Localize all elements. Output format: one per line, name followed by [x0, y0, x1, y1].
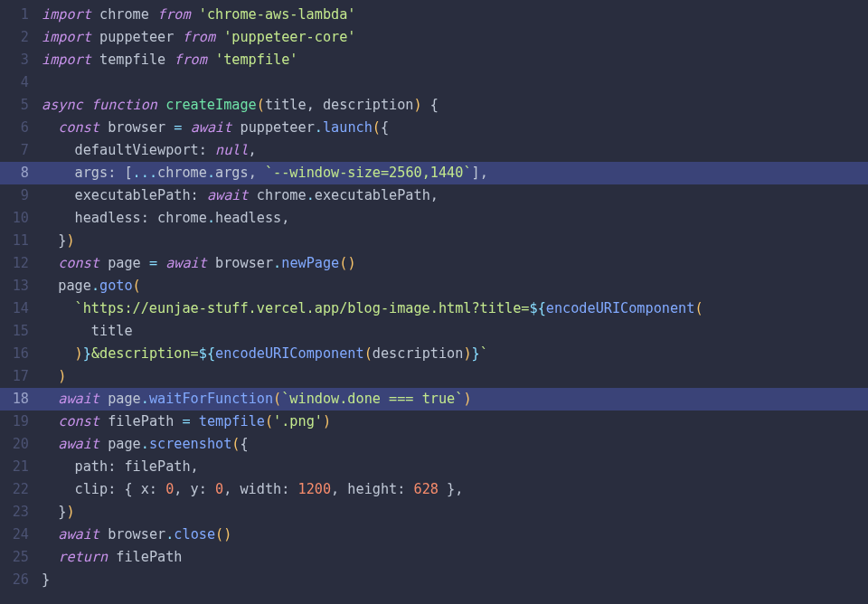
- token-id: chrome: [99, 6, 157, 23]
- token-str: `window.done === true`: [281, 391, 463, 407]
- token-id: }: [42, 571, 50, 588]
- token-id: title: [265, 97, 307, 113]
- line-number: 20: [0, 433, 36, 456]
- code-line: `https://eunjae-stuff.vercel.app/blog-im…: [36, 297, 868, 320]
- code-line: defaultViewport: null,: [36, 139, 868, 162]
- token-par: ): [58, 368, 66, 384]
- token-op: =: [149, 255, 165, 271]
- token-str: 'chrome-aws-lambda': [199, 6, 356, 23]
- code-line: return filePath: [36, 546, 868, 569]
- token-id: [42, 368, 58, 384]
- token-id: [42, 119, 58, 136]
- line-number: 18: [0, 388, 36, 411]
- line-number: 9: [0, 184, 36, 207]
- token-id: title: [42, 323, 133, 339]
- token-id: [42, 549, 58, 565]
- token-kw: from: [174, 52, 215, 68]
- token-id: ,: [307, 97, 323, 113]
- token-id: page: [108, 391, 141, 407]
- token-id: tempfile: [99, 52, 174, 68]
- token-par: (: [273, 391, 281, 407]
- line-number: 8: [0, 162, 36, 184]
- token-op: .: [141, 391, 149, 407]
- token-id: {: [381, 119, 389, 136]
- line-number: 2: [0, 26, 36, 49]
- code-line: headless: chrome.headless,: [36, 207, 868, 230]
- token-id: chrome: [257, 187, 307, 203]
- token-id: [42, 300, 75, 316]
- token-kw: const: [58, 119, 108, 136]
- token-op: }: [83, 345, 91, 362]
- token-id: args: [215, 165, 249, 181]
- token-id: headless: [215, 210, 281, 226]
- line-number: 14: [0, 297, 36, 320]
- token-id: , y:: [174, 481, 215, 497]
- token-op: }: [472, 345, 480, 362]
- line-number: 23: [0, 501, 36, 524]
- token-op: ...: [133, 165, 157, 181]
- token-kw: from: [182, 29, 223, 45]
- line-number: 26: [0, 569, 36, 591]
- token-kw: await: [58, 436, 108, 452]
- code-line: }): [36, 230, 868, 252]
- code-line: await page.screenshot({: [36, 433, 868, 456]
- token-kw: async function: [42, 97, 165, 113]
- token-id: [42, 526, 58, 543]
- token-op: .: [307, 187, 315, 203]
- token-id: puppeteer: [241, 119, 315, 136]
- token-op: =: [182, 413, 198, 429]
- token-fn: encodeURIComponent: [546, 300, 695, 316]
- line-number: 3: [0, 49, 36, 71]
- token-fn: screenshot: [149, 436, 231, 452]
- token-kw: import: [42, 6, 99, 23]
- token-id: page: [108, 436, 141, 452]
- code-line: import puppeteer from 'puppeteer-core': [36, 26, 868, 49]
- token-id: ,: [249, 165, 265, 181]
- token-id: browser: [108, 526, 165, 543]
- code-line: const page = await browser.newPage(): [36, 252, 868, 275]
- token-par: ): [66, 504, 74, 520]
- code-area: import chrome from 'chrome-aws-lambda'im…: [36, 4, 868, 591]
- token-kw: return: [58, 549, 116, 565]
- code-line: path: filePath,: [36, 456, 868, 478]
- line-number: 13: [0, 275, 36, 297]
- token-id: [42, 413, 58, 429]
- line-number: 12: [0, 252, 36, 275]
- token-str: 'tempfile': [215, 52, 297, 68]
- token-id: page: [108, 255, 149, 271]
- code-line: clip: { x: 0, y: 0, width: 1200, height:…: [36, 478, 868, 501]
- code-line: args: [...chrome.args, `--window-size=25…: [36, 162, 868, 184]
- code-line: await browser.close(): [36, 524, 868, 546]
- token-id: [: [124, 165, 132, 181]
- token-kw: await: [58, 391, 108, 407]
- line-number: 24: [0, 524, 36, 546]
- token-id: chrome: [157, 165, 207, 181]
- token-id: , width:: [223, 481, 297, 497]
- token-kw: await: [207, 187, 257, 203]
- token-id: clip: { x:: [42, 481, 165, 497]
- token-id: page: [42, 278, 91, 294]
- line-number: 1: [0, 4, 36, 26]
- token-str: &description=: [91, 345, 199, 362]
- token-fn: close: [174, 526, 215, 543]
- token-par: ): [75, 345, 83, 362]
- line-number: 5: [0, 94, 36, 117]
- code-line: }: [36, 569, 868, 591]
- token-par: (): [339, 255, 355, 271]
- line-number: 11: [0, 230, 36, 252]
- token-fn: encodeURIComponent: [215, 345, 364, 362]
- code-line: [36, 71, 868, 94]
- token-num: 628: [414, 481, 439, 497]
- code-line: page.goto(: [36, 275, 868, 297]
- token-kw: await: [191, 119, 241, 136]
- token-op: ${: [529, 300, 545, 316]
- token-id: browser: [108, 119, 174, 136]
- token-kw: await: [58, 526, 108, 543]
- token-id: args:: [42, 165, 124, 181]
- token-fn: newPage: [281, 255, 339, 271]
- token-id: {: [241, 436, 249, 452]
- token-id: executablePath:: [42, 187, 207, 203]
- token-fn: waitForFunction: [149, 391, 273, 407]
- token-par: (): [215, 526, 231, 543]
- token-kw: null: [215, 142, 249, 158]
